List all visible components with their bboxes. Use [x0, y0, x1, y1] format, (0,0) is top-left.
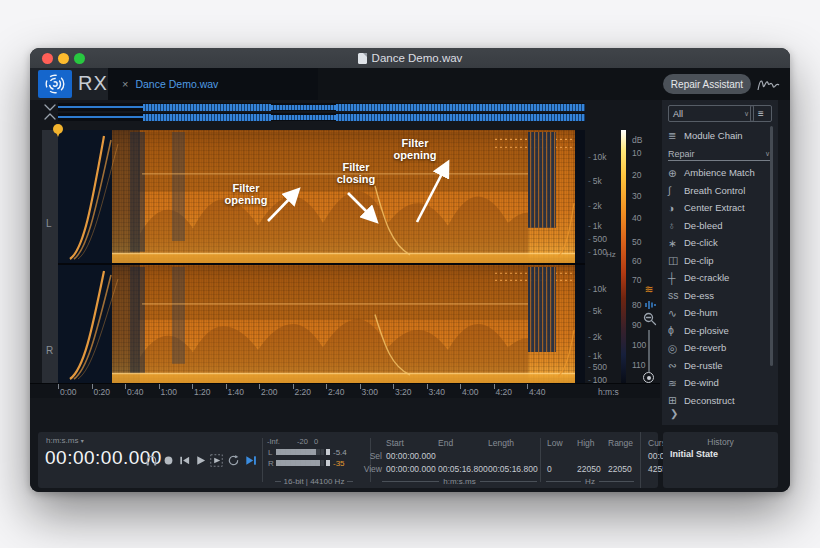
col-end: End [438, 438, 453, 448]
module-menu-button[interactable]: ≡ [750, 105, 772, 122]
sidebar-item-de-reverb[interactable]: ◎ De-reverb [668, 339, 768, 357]
app-name: RX [78, 72, 108, 95]
de-ess-icon: ss [668, 289, 684, 301]
meter-scale-20: -20 [297, 437, 308, 446]
annotation-label: Filteropening [196, 183, 296, 206]
editor-area: L R [30, 100, 790, 428]
repair-section-header[interactable]: Repair ∨ [668, 147, 770, 161]
col-high: High [577, 438, 594, 448]
overview-strip-right[interactable] [58, 113, 585, 121]
ruler-tick [226, 384, 227, 389]
de-wind-icon: ≋ [668, 377, 684, 389]
rx-window: Dance Demo.wav RX × Dance Demo.wav Repai… [30, 48, 790, 492]
de-plosive-icon: ϕ [668, 324, 684, 336]
sidebar-scrollbar[interactable] [770, 126, 773, 366]
meter-right-peak [326, 460, 330, 466]
play-button[interactable] [194, 454, 207, 467]
freq-tick-label: -2k [588, 201, 602, 211]
zoom-window-button[interactable] [74, 53, 85, 64]
freq-tick-label: -5k [588, 306, 602, 316]
freq-tick-label: -10k [588, 152, 607, 162]
ruler-tick [326, 384, 327, 389]
module-filter-dropdown[interactable]: All∨ [668, 105, 754, 122]
sidebar-item-de-plosive[interactable]: ϕ De-plosive [668, 322, 768, 340]
ruler-tick [427, 384, 428, 389]
sel-start-value: 00:00:00.000 [386, 451, 436, 461]
waveform-view-icon[interactable] [642, 300, 660, 310]
module-chain-icon: ≣ [668, 130, 684, 141]
ruler-tick [58, 384, 59, 389]
meter-scale-0: 0 [314, 437, 318, 446]
ruler-tick-label: 4:20 [496, 387, 513, 397]
ruler-tick-label: 0:40 [127, 387, 144, 397]
db-tick-label: 80 [632, 300, 641, 310]
freq-unit-footer: Hz [546, 477, 634, 486]
status-bar: h:m:s.ms ▾ 00:00:00.000 [30, 428, 790, 492]
collapse-overview-icon[interactable] [43, 103, 57, 121]
ruler-tick-label: 1:00 [161, 387, 178, 397]
sidebar-item-de-ess[interactable]: ss De-ess [668, 287, 768, 305]
channel-label-right: R [46, 345, 53, 356]
record-button[interactable] [162, 454, 175, 467]
sidebar-item-de-wind[interactable]: ≋ De-wind [668, 374, 768, 392]
channel-label-left: L [46, 218, 52, 229]
close-window-button[interactable] [42, 53, 53, 64]
view-row-label: View [356, 464, 382, 474]
sidebar-item-de-click[interactable]: ∗ De-click [668, 234, 768, 252]
de-bleed-icon: ♁ [668, 219, 684, 231]
monitor-icon[interactable] [145, 454, 158, 467]
de-clip-icon: ◫ [668, 254, 684, 266]
waveform-overview[interactable] [58, 102, 585, 122]
col-start: Start [386, 438, 404, 448]
col-length: Length [488, 438, 514, 448]
history-entry[interactable]: Initial State [670, 449, 718, 459]
sidebar-item-de-clip[interactable]: ◫ De-clip [668, 252, 768, 270]
playhead-marker[interactable] [53, 124, 63, 134]
tab-dance-demo[interactable]: × Dance Demo.wav [108, 68, 318, 100]
vertical-zoom-out-icon[interactable] [641, 312, 659, 326]
spectrogram-view-icon[interactable]: ≋ [640, 283, 658, 296]
meter-left-value: -5.4 [333, 448, 347, 457]
history-panel: History Initial State [663, 432, 778, 488]
time-ruler[interactable]: 0:00 0:20 0:40 1:00 1:20 1:40 2:00 2:20 … [30, 383, 660, 399]
de-rustle-icon: ∾ [668, 359, 684, 371]
ruler-tick-label: 2:40 [328, 387, 345, 397]
sidebar-item-ambience-match[interactable]: ⊕ Ambience Match [668, 164, 768, 182]
freq-tick-label: -500 [588, 234, 607, 244]
db-tick-label: dB [632, 135, 642, 145]
ruler-tick-label: 0:00 [60, 387, 77, 397]
ruler-tick [393, 384, 394, 389]
db-colorbar [621, 130, 626, 385]
play-selection-button[interactable] [210, 454, 223, 467]
vertical-zoom-knob[interactable] [643, 372, 654, 383]
sidebar-item-de-hum[interactable]: ∿ De-hum [668, 304, 768, 322]
sidebar-item-center-extract[interactable]: ◑ Center Extract [668, 199, 768, 217]
play-to-end-button[interactable] [244, 454, 257, 467]
time-format-selector[interactable]: h:m:s.ms ▾ [46, 436, 84, 445]
sidebar-item-de-crackle[interactable]: ┼ De-crackle [668, 269, 768, 287]
freq-tick-label: -2k [588, 332, 602, 342]
ruler-tick [259, 384, 260, 389]
tab-close-icon[interactable]: × [122, 78, 128, 90]
sidebar-item-breath-control[interactable]: ∫ Breath Control [668, 182, 768, 200]
loop-button[interactable] [227, 454, 240, 467]
ruler-tick [125, 384, 126, 389]
repair-assistant-button[interactable]: Repair Assistant [663, 74, 751, 94]
sidebar-item-deconstruct[interactable]: ⊞ Deconstruct [668, 392, 768, 410]
minimize-window-button[interactable] [58, 53, 69, 64]
sidebar-collapse-icon[interactable]: ❯ [670, 408, 678, 419]
history-title: History [663, 437, 778, 447]
overview-strip-left[interactable] [58, 103, 585, 111]
freq-tick-label: -500 [588, 362, 607, 372]
ruler-tick [192, 384, 193, 389]
meter-scale-inf: -Inf. [267, 437, 280, 446]
ruler-tick [159, 384, 160, 389]
sidebar-item-de-bleed[interactable]: ♁ De-bleed [668, 217, 768, 235]
freq-tick-label: -5k [588, 176, 602, 186]
return-to-start-button[interactable] [178, 454, 191, 467]
meter-right-track [276, 460, 324, 466]
vertical-zoom-slider[interactable] [648, 330, 650, 372]
sidebar-item-de-rustle[interactable]: ∾ De-rustle [668, 357, 768, 375]
sidebar-item-module-chain[interactable]: ≣ Module Chain [668, 127, 768, 143]
channel-label-strip: L R [42, 130, 59, 383]
